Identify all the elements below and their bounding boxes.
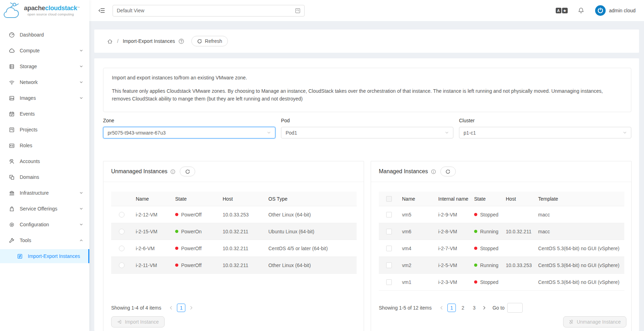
sidebar-item-dashboard[interactable]: Dashboard	[0, 28, 89, 42]
cell-name: vm6	[398, 229, 434, 234]
sidebar-item-storage[interactable]: Storage	[0, 59, 89, 73]
table-row[interactable]: vm6 i-2-8-VM Running 10.0.32.211 macc	[379, 223, 624, 240]
table-row[interactable]: vm2 i-2-5-VM Running 10.0.33.253 CentOS …	[379, 257, 624, 274]
project-selector[interactable]: Default View	[113, 5, 305, 17]
import-instance-button[interactable]: Import Instance	[111, 316, 165, 327]
row-radio[interactable]	[119, 262, 125, 268]
sidebar-item-network[interactable]: Network	[0, 75, 89, 89]
sidebar-item-images[interactable]: Images	[0, 91, 89, 105]
cell-name: vm5	[398, 212, 434, 218]
next-page-icon[interactable]	[190, 306, 193, 310]
sidebar-item-service-offerings[interactable]: Service Offerings	[0, 202, 89, 216]
select-all-checkbox[interactable]	[386, 196, 392, 202]
unmanage-instance-button[interactable]: Unmanage Instance	[563, 316, 626, 327]
cell-name: i-2-12-VM	[132, 212, 171, 218]
page-number-3[interactable]: 3	[470, 304, 478, 312]
table-row[interactable]: vm4 i-2-7-VM Stopped CentOS 5.3(64-bit) …	[379, 240, 624, 257]
help-question-icon[interactable]	[178, 38, 184, 44]
home-icon[interactable]	[107, 38, 113, 44]
chevron-down-icon	[79, 49, 83, 52]
reload-icon	[197, 39, 202, 44]
table-row[interactable]: vm1 i-2-3-VM Stopped CentOS 5.3(64-bit) …	[379, 274, 624, 291]
managed-refresh-button[interactable]	[440, 167, 456, 176]
cell-name: i-2-11-VM	[132, 262, 171, 268]
zone-select[interactable]: pr5075-t943-vmware-67u3	[103, 127, 275, 138]
table-row[interactable]: i-2-15-VM PowerOn 10.0.32.211 Ubuntu Lin…	[111, 223, 357, 240]
sidebar-item-accounts[interactable]: Accounts	[0, 154, 89, 168]
row-checkbox[interactable]	[386, 229, 392, 234]
cell-host: 10.0.33.253	[502, 262, 534, 268]
translate-icon[interactable]: A ★	[556, 8, 568, 13]
info-icon[interactable]	[170, 169, 176, 174]
chevron-down-icon	[79, 191, 83, 195]
table-row[interactable]: i-2-6-VM PowerOff 10.0.32.211 CentOS 4/5…	[111, 240, 357, 257]
refresh-label: Refresh	[205, 38, 222, 44]
sidebar-item-domains[interactable]: Domains	[0, 170, 89, 184]
page-number-1[interactable]: 1	[447, 304, 456, 312]
sidebar-item-events[interactable]: Events	[0, 107, 89, 121]
cluster-select[interactable]: p1-c1	[459, 127, 631, 138]
row-radio[interactable]	[119, 212, 125, 218]
page-number-2[interactable]: 2	[459, 304, 467, 312]
row-radio[interactable]	[119, 246, 125, 251]
refresh-button[interactable]: Refresh	[191, 36, 228, 46]
managed-title: Managed Instances	[379, 168, 428, 175]
table-row[interactable]: i-2-12-VM PowerOff 10.0.33.253 Other Lin…	[111, 206, 357, 223]
cluster-filter: Cluster p1-c1	[459, 118, 631, 138]
sidebar-item-compute[interactable]: Compute	[0, 44, 89, 58]
user-avatar[interactable]	[595, 5, 606, 16]
column-header-internal-name: Internal name	[434, 196, 470, 202]
cell-name: vm4	[398, 246, 434, 251]
notifications-bell-icon[interactable]	[578, 7, 585, 14]
intro-paragraph-1: Import and export instances to/from an e…	[112, 74, 623, 82]
sidebar-item-label: Import-Export Instances	[28, 253, 82, 259]
goto-page-input[interactable]	[507, 303, 523, 313]
info-icon[interactable]	[431, 169, 436, 174]
page-number-1[interactable]: 1	[177, 304, 185, 312]
sidebar-item-configuration[interactable]: Configuration	[0, 218, 89, 232]
cell-os-type: CentOS 4/5 or later (64-bit)	[264, 246, 357, 251]
menu-fold-icon[interactable]	[98, 8, 105, 13]
row-checkbox[interactable]	[386, 246, 392, 251]
cluster-select-value: p1-c1	[464, 130, 476, 136]
breadcrumb-bar: / Import-Export Instances Refresh	[94, 30, 639, 53]
sidebar-item-projects[interactable]: Projects	[0, 123, 89, 137]
unmanaged-refresh-button[interactable]	[180, 167, 195, 176]
cell-state: PowerOff	[171, 262, 218, 268]
chevron-up-icon	[79, 239, 83, 242]
cell-host: 10.0.33.253	[218, 212, 264, 218]
next-page-icon[interactable]	[483, 306, 486, 310]
cell-state: Running	[470, 229, 502, 234]
sidebar-item-infrastructure[interactable]: Infrastructure	[0, 186, 89, 200]
sidebar-item-roles[interactable]: Roles	[0, 138, 89, 152]
table-row[interactable]: vm5 i-2-9-VM Stopped macc	[379, 206, 624, 223]
unmanaged-card-header: Unmanaged Instances	[103, 161, 364, 182]
sidebar-item-tools[interactable]: Tools	[0, 233, 89, 247]
project-selector-value: Default View	[117, 8, 144, 13]
username[interactable]: admin cloud	[609, 8, 636, 13]
managed-table: Name Internal name State Host Template v…	[379, 192, 624, 291]
cell-internal-name: i-2-5-VM	[434, 262, 470, 268]
table-row[interactable]: i-2-11-VM PowerOff 10.0.32.211 Other Lin…	[111, 257, 357, 274]
row-checkbox[interactable]	[386, 279, 392, 285]
wrench-icon	[9, 238, 15, 244]
sidebar-item-label: Events	[20, 111, 83, 117]
reload-icon	[185, 169, 190, 174]
brand-tagline: open source cloud computing	[27, 12, 80, 16]
brand-name-apache: apache	[24, 5, 45, 12]
prev-page-icon[interactable]	[169, 306, 173, 310]
cell-host: 10.0.32.211	[218, 229, 264, 234]
prev-page-icon[interactable]	[440, 306, 443, 310]
row-radio[interactable]	[119, 229, 125, 234]
row-checkbox[interactable]	[386, 212, 392, 218]
pod-select[interactable]: Pod1	[281, 127, 453, 138]
dashboard-icon	[9, 32, 15, 38]
unmanaged-title: Unmanaged Instances	[111, 168, 167, 175]
chevron-down-icon	[79, 223, 83, 226]
state-label: PowerOff	[181, 262, 202, 268]
cell-name: i-2-15-VM	[132, 229, 171, 234]
cell-host: 10.0.32.211	[218, 246, 264, 251]
status-dot	[474, 213, 477, 216]
sidebar-item-import-export-instances[interactable]: Import-Export Instances	[0, 249, 89, 263]
row-checkbox[interactable]	[386, 262, 392, 268]
